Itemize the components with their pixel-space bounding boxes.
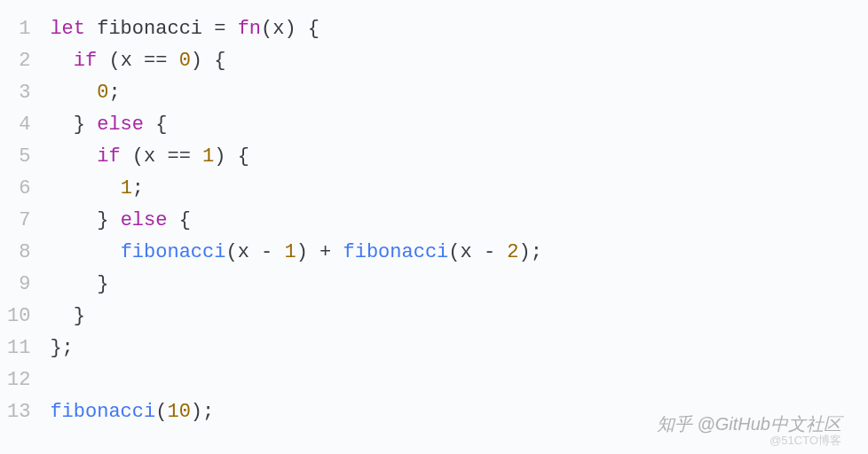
line-number: 4 xyxy=(7,109,30,141)
code-line: 1; xyxy=(50,173,859,205)
token-brace: { xyxy=(296,18,320,40)
code-block: 12345678910111213 let fibonacci = fn(x) … xyxy=(0,9,868,433)
line-number: 11 xyxy=(7,333,30,364)
line-number: 1 xyxy=(7,13,30,45)
line-number: 6 xyxy=(7,173,30,205)
token-kw: fn xyxy=(238,18,261,40)
line-number: 13 xyxy=(7,396,30,428)
token-paren: ( xyxy=(108,50,120,72)
token-fn: fibonacci xyxy=(343,241,448,263)
token-num: 1 xyxy=(202,145,214,168)
line-number: 7 xyxy=(7,205,30,237)
token-paren: ) xyxy=(191,50,202,72)
token-num: 1 xyxy=(121,177,132,200)
token-semi: ; xyxy=(132,177,144,200)
token-op: - xyxy=(472,241,508,263)
code-line: } else { xyxy=(50,205,859,237)
token-brace: } xyxy=(74,305,85,327)
token-brace: { xyxy=(167,209,190,231)
token-kw: else xyxy=(97,114,144,136)
token-kw: let xyxy=(50,18,97,40)
token-num: 0 xyxy=(179,50,191,72)
code-line: } xyxy=(50,301,859,333)
token-paren: ( xyxy=(261,18,272,40)
token-op: - xyxy=(249,241,285,263)
token-op: == xyxy=(155,145,202,168)
token-op: == xyxy=(132,50,179,72)
token-id: x xyxy=(238,241,249,263)
line-number: 10 xyxy=(7,301,30,333)
code-line: 0; xyxy=(50,77,859,109)
token-brace: } xyxy=(97,209,120,231)
token-id: x xyxy=(272,18,284,40)
token-paren: ( xyxy=(155,401,167,423)
token-paren: ) xyxy=(284,18,296,40)
token-paren: ( xyxy=(448,241,460,263)
token-paren: ( xyxy=(225,241,237,263)
token-id: x xyxy=(461,241,472,263)
code-line: fibonacci(10); xyxy=(50,396,859,428)
token-brace: } xyxy=(97,273,108,295)
token-kw: if xyxy=(97,145,132,168)
token-id: x xyxy=(144,145,155,168)
line-number: 3 xyxy=(7,77,30,109)
token-semi: ; xyxy=(531,241,542,263)
token-brace: { xyxy=(225,145,249,168)
token-num: 1 xyxy=(284,241,296,263)
line-number: 2 xyxy=(7,45,30,77)
token-paren: ) xyxy=(519,241,531,263)
line-number: 8 xyxy=(7,237,30,269)
code-line: } else { xyxy=(50,109,859,141)
token-fn: fibonacci xyxy=(121,241,226,263)
code-line: }; xyxy=(50,333,859,364)
line-number-gutter: 12345678910111213 xyxy=(0,9,41,433)
token-op: + xyxy=(308,241,343,263)
token-num: 0 xyxy=(97,82,108,104)
code-line: fibonacci(x - 1) + fibonacci(x - 2); xyxy=(50,237,859,269)
token-brace: { xyxy=(202,50,225,72)
code-line xyxy=(50,364,859,396)
token-op: = xyxy=(202,18,238,40)
code-line: } xyxy=(50,269,859,301)
token-semi: ; xyxy=(202,401,214,423)
line-number: 12 xyxy=(7,364,30,396)
code-line: let fibonacci = fn(x) { xyxy=(50,13,859,45)
token-brace: }; xyxy=(50,337,73,359)
token-paren: ) xyxy=(296,241,308,263)
code-line: if (x == 0) { xyxy=(50,45,859,77)
token-kw: if xyxy=(74,50,109,72)
line-number: 9 xyxy=(7,269,30,301)
watermark-secondary: @51CTO博客 xyxy=(769,432,841,442)
token-id: fibonacci xyxy=(97,18,202,40)
token-brace: } xyxy=(74,114,97,136)
code-content: let fibonacci = fn(x) { if (x == 0) { 0;… xyxy=(41,9,868,433)
token-fn: fibonacci xyxy=(50,401,155,423)
token-brace: { xyxy=(144,114,167,136)
line-number: 5 xyxy=(7,141,30,173)
token-num: 2 xyxy=(507,241,518,263)
token-paren: ) xyxy=(191,401,202,423)
token-kw: else xyxy=(121,209,168,231)
token-semi: ; xyxy=(108,82,120,104)
token-id: x xyxy=(121,50,132,72)
token-num: 10 xyxy=(167,401,190,423)
token-paren: ) xyxy=(214,145,225,168)
code-line: if (x == 1) { xyxy=(50,141,859,173)
token-paren: ( xyxy=(132,145,144,168)
